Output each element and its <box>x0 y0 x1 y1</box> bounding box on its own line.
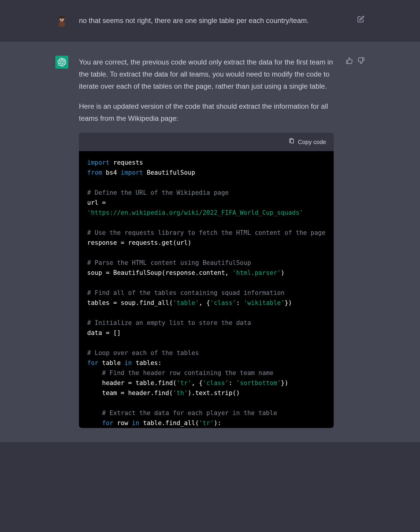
thumbs-down-icon[interactable] <box>357 57 365 65</box>
openai-logo-icon <box>57 58 66 67</box>
user-message-row: no that seems not right, there are one s… <box>0 0 420 42</box>
thumbs-up-icon[interactable] <box>345 57 353 65</box>
assistant-actions <box>344 56 365 428</box>
assistant-avatar <box>55 56 68 69</box>
assistant-message-row: You are correct, the previous code would… <box>0 42 420 442</box>
clipboard-icon[interactable] <box>289 137 295 147</box>
code-block: Copy code import requests from bs4 impor… <box>79 133 334 428</box>
row-inner: no that seems not right, there are one s… <box>47 14 373 27</box>
assistant-message-content: You are correct, the previous code would… <box>79 56 334 428</box>
assistant-paragraph: Here is an updated version of the code t… <box>79 100 334 125</box>
code-header: Copy code <box>79 133 334 151</box>
edit-icon[interactable] <box>357 15 365 23</box>
user-actions <box>344 14 365 27</box>
code-body: import requests from bs4 import Beautifu… <box>79 151 334 428</box>
user-message-text: no that seems not right, there are one s… <box>79 14 333 27</box>
user-avatar-icon <box>56 15 68 27</box>
svg-rect-6 <box>290 139 293 143</box>
assistant-paragraph: You are correct, the previous code would… <box>79 56 334 92</box>
row-inner: You are correct, the previous code would… <box>47 56 373 428</box>
svg-rect-5 <box>59 22 65 27</box>
user-avatar <box>55 14 68 27</box>
copy-code-button[interactable]: Copy code <box>298 137 326 147</box>
